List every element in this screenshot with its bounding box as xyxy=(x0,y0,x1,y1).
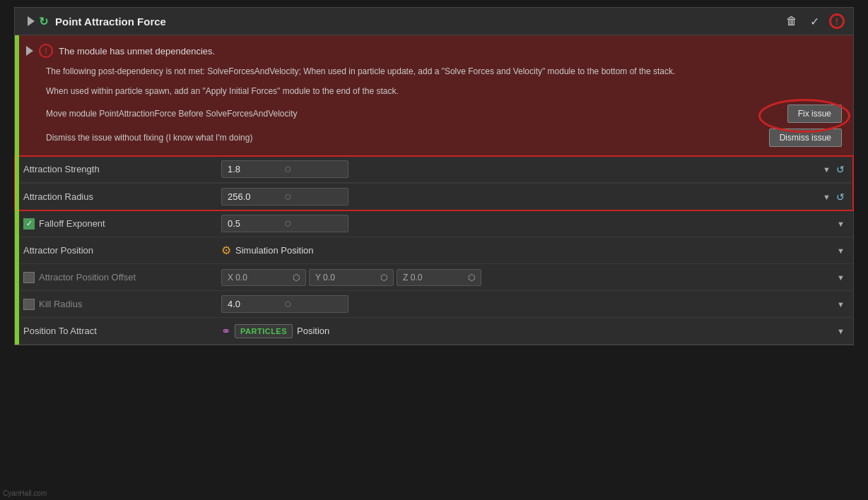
drag-icon: ⬡ xyxy=(285,220,342,227)
attraction-radius-label: Attraction Radius xyxy=(23,191,221,202)
warning-para2: When used within particle spawn, add an … xyxy=(46,85,842,97)
dropdown-arrow[interactable]: ▼ xyxy=(823,165,831,174)
header-alert-icon: ! xyxy=(829,13,845,29)
kill-radius-row: Kill Radius 4.0 ⬡ ▼ xyxy=(15,291,853,318)
position-to-attract-label: Position To Attract xyxy=(23,326,221,336)
module-header: ↻ Point Attraction Force 🗑 ✓ ! xyxy=(15,8,853,35)
falloff-checkbox[interactable] xyxy=(23,218,35,230)
z-input[interactable]: Z 0.0 ⬡ xyxy=(397,269,481,286)
attractor-position-row: Attractor Position ⚙ Simulation Position… xyxy=(15,237,853,264)
attractor-position-actions: ▼ xyxy=(837,246,845,255)
kill-radius-actions: ▼ xyxy=(837,300,845,309)
drag-icon: ⬡ xyxy=(285,300,342,308)
xyz-group: X 0.0 ⬡ Y 0.0 ⬡ Z 0.0 ⬡ xyxy=(221,269,481,286)
fix-row: Move module PointAttractionForce Before … xyxy=(46,105,842,123)
offset-actions: ▼ xyxy=(837,273,845,282)
collapse-icon[interactable] xyxy=(28,16,35,26)
position-to-attract-value: ⚭ PARTICLES Position xyxy=(221,324,837,338)
properties-section: Attraction Strength 1.8 ⬡ ▼ ↺ Attraction… xyxy=(15,156,853,345)
drag-icon: ⬡ xyxy=(285,193,342,201)
dropdown-arrow[interactable]: ▼ xyxy=(837,246,845,255)
drag-icon: ⬡ xyxy=(285,165,342,173)
warning-section: ! The module has unmet dependencies. The… xyxy=(15,35,853,156)
fix-text: Move module PointAttractionForce Before … xyxy=(46,109,298,119)
enable-button[interactable]: ✓ xyxy=(807,13,822,29)
falloff-exponent-input[interactable]: 0.5 ⬡ xyxy=(221,215,348,232)
attraction-strength-row: Attraction Strength 1.8 ⬡ ▼ ↺ xyxy=(15,156,853,183)
warning-title: The module has unmet dependencies. xyxy=(59,46,215,56)
reset-icon[interactable]: ↺ xyxy=(836,164,845,175)
kill-radius-label: Kill Radius xyxy=(23,299,221,310)
arrow-icon: ↻ xyxy=(39,15,48,28)
falloff-exponent-actions: ▼ xyxy=(837,220,845,228)
dropdown-arrow[interactable]: ▼ xyxy=(837,300,845,309)
position-to-attract-actions: ▼ xyxy=(837,327,845,335)
delete-button[interactable]: 🗑 xyxy=(784,13,799,29)
module-title: Point Attraction Force xyxy=(55,16,784,28)
simulation-icon: ⚙ xyxy=(221,244,231,257)
attractor-position-offset-row: Attractor Position Offset X 0.0 ⬡ Y 0.0 … xyxy=(15,264,853,291)
dropdown-arrow[interactable]: ▼ xyxy=(823,193,831,201)
kill-radius-value: 4.0 ⬡ xyxy=(221,295,837,313)
kill-radius-checkbox[interactable] xyxy=(23,299,35,310)
attractor-position-label: Attractor Position xyxy=(23,245,221,256)
watermark: CyanHall.com xyxy=(3,489,47,497)
falloff-exponent-label: Falloff Exponent xyxy=(23,218,221,230)
dropdown-arrow[interactable]: ▼ xyxy=(837,273,845,282)
highlighted-group: Attraction Strength 1.8 ⬡ ▼ ↺ Attraction… xyxy=(15,156,853,210)
y-input[interactable]: Y 0.0 ⬡ xyxy=(309,269,394,286)
warning-body: The following post-dependency is not met… xyxy=(26,65,842,147)
kill-radius-input[interactable]: 4.0 ⬡ xyxy=(221,295,348,313)
header-actions: 🗑 ✓ ! xyxy=(784,13,845,29)
warning-collapse-icon[interactable] xyxy=(26,46,33,56)
position-to-attract-row: Position To Attract ⚭ PARTICLES Position… xyxy=(15,318,853,345)
link-icon: ⚭ xyxy=(221,324,230,338)
attraction-strength-label: Attraction Strength xyxy=(23,164,221,174)
attractor-position-offset-value: X 0.0 ⬡ Y 0.0 ⬡ Z 0.0 ⬡ xyxy=(221,269,837,286)
attraction-strength-value: 1.8 ⬡ xyxy=(221,160,823,178)
left-bar xyxy=(15,8,19,345)
fix-area: Fix issue xyxy=(787,105,842,123)
attraction-radius-input[interactable]: 256.0 ⬡ xyxy=(221,188,348,206)
attraction-radius-actions: ▼ ↺ xyxy=(823,191,845,203)
x-input[interactable]: X 0.0 ⬡ xyxy=(221,269,306,286)
drag-icon: ⬡ xyxy=(380,273,387,282)
attraction-strength-actions: ▼ ↺ xyxy=(823,164,845,175)
drag-icon: ⬡ xyxy=(293,273,300,282)
attraction-strength-input[interactable]: 1.8 ⬡ xyxy=(221,160,348,178)
reset-icon[interactable]: ↺ xyxy=(836,191,845,203)
attractor-position-offset-label: Attractor Position Offset xyxy=(23,272,221,283)
dismiss-row: Dismiss the issue without fixing (I know… xyxy=(46,129,842,147)
dismiss-button[interactable]: Dismiss issue xyxy=(769,129,842,147)
falloff-exponent-row: Falloff Exponent 0.5 ⬡ ▼ xyxy=(15,210,853,237)
warning-para1: The following post-dependency is not met… xyxy=(46,65,842,78)
falloff-exponent-value: 0.5 ⬡ xyxy=(221,215,837,232)
attraction-radius-value: 256.0 ⬡ xyxy=(221,188,823,206)
particles-badge[interactable]: PARTICLES xyxy=(235,324,293,338)
dropdown-arrow[interactable]: ▼ xyxy=(837,220,845,228)
fix-button[interactable]: Fix issue xyxy=(787,105,842,123)
warning-alert-icon: ! xyxy=(39,44,53,58)
dropdown-arrow[interactable]: ▼ xyxy=(837,327,845,335)
dismiss-text: Dismiss the issue without fixing (I know… xyxy=(46,133,252,143)
attraction-radius-row: Attraction Radius 256.0 ⬡ ▼ ↺ xyxy=(15,183,853,210)
header-icons-left: ↻ xyxy=(28,15,48,28)
attractor-position-value: ⚙ Simulation Position xyxy=(221,244,837,257)
warning-title-row: ! The module has unmet dependencies. xyxy=(26,44,842,58)
offset-checkbox[interactable] xyxy=(23,272,35,283)
drag-icon: ⬡ xyxy=(468,273,475,282)
